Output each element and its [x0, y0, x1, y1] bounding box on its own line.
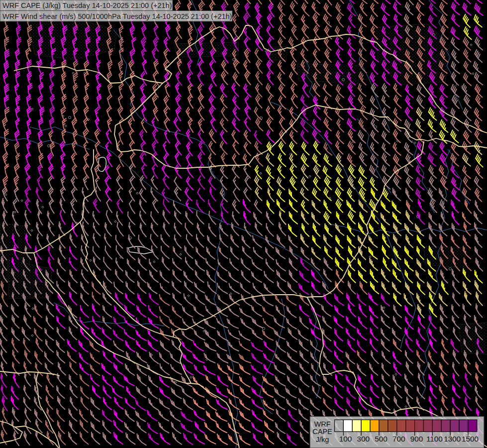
svg-text:300: 300	[357, 435, 370, 443]
svg-text:1100: 1100	[426, 435, 443, 443]
svg-text:J/kg: J/kg	[316, 436, 329, 444]
svg-text:WRF CAPE (J/kg) Tuesday 14-10-: WRF CAPE (J/kg) Tuesday 14-10-2025 21:00…	[2, 1, 172, 9]
svg-text:WRF: WRF	[314, 420, 330, 428]
svg-text:100: 100	[339, 435, 352, 443]
svg-text:1300: 1300	[444, 435, 461, 443]
svg-text:CAPE: CAPE	[312, 428, 332, 436]
svg-text:WRF Wind shear (m/s) 500/1000h: WRF Wind shear (m/s) 500/1000hPa Tuesday…	[2, 12, 232, 20]
svg-text:500: 500	[375, 435, 388, 443]
svg-text:700: 700	[392, 435, 405, 443]
svg-text:1500: 1500	[462, 435, 479, 443]
svg-text:900: 900	[410, 435, 423, 443]
